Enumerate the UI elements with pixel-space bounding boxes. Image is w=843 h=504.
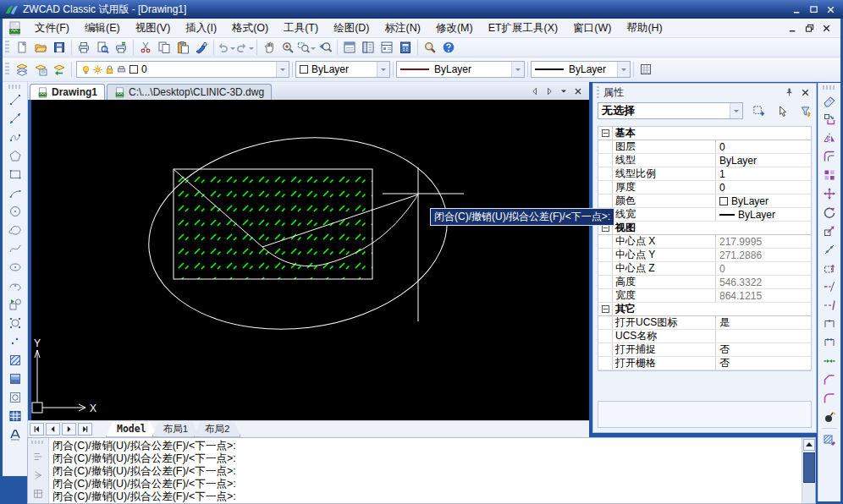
layout-tab-model[interactable]: Model bbox=[106, 422, 157, 437]
menu-item-tools[interactable]: 工具(T) bbox=[276, 19, 326, 38]
polyline-button[interactable] bbox=[5, 128, 25, 146]
close-button[interactable] bbox=[823, 3, 838, 16]
linetype-combo[interactable]: ByLayer bbox=[396, 61, 525, 78]
zoom-window-button[interactable] bbox=[297, 39, 316, 57]
nav-next-button[interactable] bbox=[62, 423, 76, 436]
mdi-restore-button[interactable] bbox=[802, 22, 817, 35]
scroll-up-button[interactable] bbox=[803, 439, 815, 451]
extend-button[interactable] bbox=[819, 296, 840, 315]
insert-block-button[interactable] bbox=[5, 295, 25, 314]
mirror-button[interactable] bbox=[819, 129, 840, 147]
help-button[interactable] bbox=[439, 39, 458, 57]
hatch-rectangle[interactable] bbox=[174, 169, 372, 279]
bulb-icon[interactable] bbox=[80, 64, 91, 75]
break-button[interactable] bbox=[819, 333, 840, 352]
match-properties-button[interactable] bbox=[192, 39, 211, 57]
command-dock-icon-2[interactable] bbox=[28, 466, 48, 485]
find-button[interactable] bbox=[421, 39, 439, 57]
mdi-close-button[interactable] bbox=[819, 22, 834, 35]
layout-tab-布局1[interactable]: 布局1 bbox=[152, 422, 199, 437]
arc-button[interactable] bbox=[5, 184, 25, 202]
selection-combo-arrow[interactable] bbox=[730, 103, 742, 118]
polygon-button[interactable] bbox=[5, 146, 25, 165]
zoom-realtime-button[interactable] bbox=[278, 39, 297, 57]
plot-button[interactable] bbox=[112, 39, 130, 57]
command-grip[interactable] bbox=[31, 441, 45, 444]
document-tab-0[interactable]: Drawing1 bbox=[30, 84, 105, 100]
nav-last-button[interactable] bbox=[78, 423, 92, 436]
construction-line-button[interactable] bbox=[5, 109, 25, 128]
mtext-button[interactable] bbox=[5, 425, 25, 444]
join-button[interactable] bbox=[819, 352, 840, 370]
layer-previous-button[interactable] bbox=[50, 61, 69, 79]
filter-button[interactable] bbox=[796, 102, 816, 119]
menu-item-insert[interactable]: 插入(I) bbox=[178, 19, 224, 38]
scrollbar-thumb[interactable] bbox=[803, 452, 815, 483]
layer-properties-manager-button[interactable] bbox=[13, 61, 31, 79]
edit-hatch-button[interactable] bbox=[819, 430, 840, 449]
property-value[interactable]: 是 bbox=[716, 315, 811, 330]
array-button[interactable] bbox=[819, 166, 840, 184]
quick-select-button[interactable] bbox=[748, 102, 769, 119]
tab-next-button[interactable] bbox=[543, 85, 555, 97]
pan-button[interactable] bbox=[260, 39, 278, 57]
command-dock-icon-3[interactable] bbox=[28, 485, 48, 503]
layout-tab-布局2[interactable]: 布局2 bbox=[194, 422, 240, 437]
move-button[interactable] bbox=[819, 184, 840, 203]
property-value[interactable]: 217.9995 bbox=[716, 236, 811, 248]
command-history[interactable]: 闭合(C)/撤销(U)/拟合公差(F)/<下一点>:闭合(C)/撤销(U)/拟合… bbox=[49, 438, 802, 503]
hatch-button[interactable] bbox=[5, 351, 25, 370]
table-button[interactable] bbox=[5, 407, 25, 425]
toolbar-grip[interactable] bbox=[8, 85, 22, 89]
open-button[interactable] bbox=[31, 39, 50, 57]
menu-item-file[interactable]: 文件(F) bbox=[27, 19, 77, 38]
layer-combo-arrow[interactable] bbox=[276, 62, 289, 77]
property-value[interactable]: 0 bbox=[716, 141, 811, 153]
offset-button[interactable] bbox=[819, 147, 840, 166]
explode-button[interactable] bbox=[819, 408, 840, 426]
cut-button[interactable] bbox=[136, 39, 155, 57]
grid-button-button[interactable] bbox=[636, 61, 655, 79]
toolbar-grip[interactable] bbox=[823, 85, 836, 90]
command-dock-strip[interactable] bbox=[28, 438, 49, 503]
print-button[interactable] bbox=[74, 39, 93, 57]
command-scrollbar[interactable] bbox=[802, 438, 815, 503]
rotate-button[interactable] bbox=[819, 203, 840, 222]
erase-button[interactable] bbox=[819, 91, 840, 110]
designcenter-button[interactable] bbox=[377, 39, 396, 57]
menu-item-draw[interactable]: 绘图(D) bbox=[326, 19, 377, 38]
property-value[interactable]: ByLayer bbox=[716, 209, 811, 221]
layer-states-button[interactable] bbox=[31, 61, 50, 79]
property-value[interactable]: 0 bbox=[716, 182, 811, 194]
select-objects-button[interactable] bbox=[772, 102, 792, 119]
plot-layer-icon[interactable] bbox=[116, 64, 127, 75]
menu-item-view[interactable]: 视图(V) bbox=[128, 19, 179, 38]
revision-cloud-button[interactable] bbox=[5, 221, 25, 239]
property-value[interactable]: 271.2886 bbox=[716, 249, 811, 261]
rectangle-button[interactable] bbox=[5, 165, 25, 184]
color-combo[interactable]: ByLayer bbox=[295, 61, 390, 78]
scale-button[interactable] bbox=[819, 222, 840, 240]
property-group-1[interactable]: 视图 bbox=[598, 222, 811, 235]
selection-combo[interactable]: 无选择 bbox=[598, 102, 743, 119]
dropdown-caret-icon[interactable] bbox=[249, 47, 254, 52]
print-preview-button[interactable] bbox=[93, 39, 112, 57]
property-value[interactable]: 0 bbox=[716, 263, 811, 275]
color-combo-arrow[interactable] bbox=[377, 62, 389, 77]
gradient-button[interactable] bbox=[5, 370, 25, 388]
document-tab-1[interactable]: C:\...\Desktop\CLINIC-3D.dwg bbox=[107, 84, 272, 100]
command-dock-icon-1[interactable] bbox=[28, 447, 48, 466]
linetype-combo-arrow[interactable] bbox=[511, 62, 524, 77]
toolbar-grip[interactable] bbox=[5, 41, 9, 54]
ellipse-arc-button[interactable] bbox=[5, 277, 25, 295]
menu-item-window[interactable]: 窗口(W) bbox=[565, 19, 619, 38]
lock-icon[interactable] bbox=[104, 64, 115, 75]
chamfer-button[interactable] bbox=[819, 370, 840, 389]
paste-button[interactable] bbox=[174, 39, 192, 57]
menu-item-format[interactable]: 格式(O) bbox=[224, 19, 276, 38]
tab-menu-button[interactable] bbox=[558, 85, 570, 97]
property-group-2[interactable]: 其它 bbox=[598, 303, 811, 316]
toolbar-grip[interactable] bbox=[5, 63, 9, 76]
collapse-icon[interactable] bbox=[602, 305, 609, 313]
nav-prev-button[interactable] bbox=[46, 423, 60, 436]
